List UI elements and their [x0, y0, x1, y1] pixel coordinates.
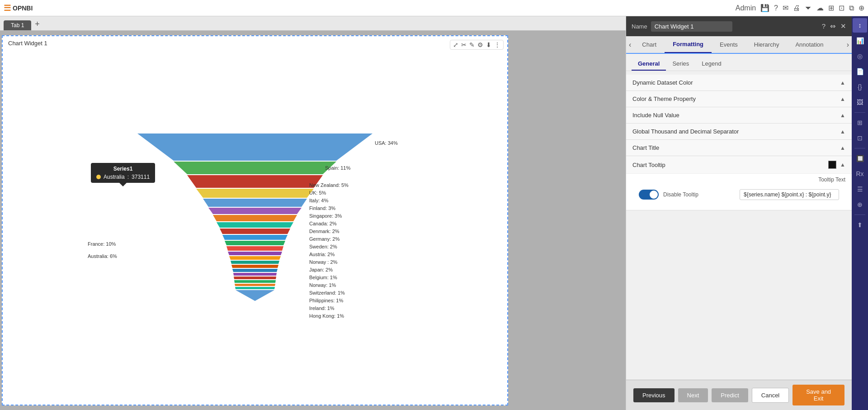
funnel-segment-australia[interactable]	[196, 189, 314, 198]
funnel-segment-philippines[interactable]	[234, 280, 276, 283]
sub-tab-series[interactable]: Series	[666, 57, 695, 71]
next-button[interactable]: Next	[678, 388, 708, 402]
tab-events[interactable]: Events	[712, 37, 746, 52]
funnel-segment-spain[interactable]	[174, 162, 336, 174]
funnel-segment-hongkong[interactable]	[235, 287, 275, 289]
sidebar-icon-chart[interactable]: 📊	[853, 33, 867, 48]
cloud-icon[interactable]: ☁	[816, 4, 824, 12]
sidebar-icon-table[interactable]: ⊞	[853, 115, 867, 130]
save-exit-button[interactable]: Save and Exit	[793, 385, 844, 405]
panel-name-input[interactable]	[651, 21, 732, 32]
tab-annotation[interactable]: Annotation	[787, 37, 831, 52]
sub-tab-general-label: General	[638, 60, 660, 67]
funnel-segment-uk[interactable]	[208, 208, 302, 214]
panel-header: Name ? ⇔ ✕	[626, 16, 852, 36]
funnel-tip	[236, 290, 274, 301]
tab-1[interactable]: Tab 1	[4, 20, 31, 30]
tooltip-text-input[interactable]	[740, 189, 839, 200]
sidebar-icon-file[interactable]: 📄	[853, 64, 867, 79]
accordion-color-theme-header[interactable]: Color & Theme Property ▲	[626, 91, 852, 107]
funnel-segment-nz[interactable]	[203, 199, 307, 207]
sub-tab-legend[interactable]: Legend	[695, 57, 727, 71]
funnel-segment-italy[interactable]	[213, 215, 297, 221]
accordion-separator: Global Thousand and Decimal Separator ▲	[626, 124, 852, 140]
sidebar-separator-3	[854, 215, 865, 215]
predict-button[interactable]: Predict	[712, 388, 748, 402]
color-swatch[interactable]	[828, 161, 836, 169]
tab-hierarchy[interactable]: Hierarchy	[746, 37, 788, 52]
sidebar-icon-layers[interactable]: ☰	[853, 182, 867, 196]
grid-icon[interactable]: ⊞	[828, 4, 834, 12]
funnel-segment-ireland[interactable]	[235, 284, 275, 286]
funnel-segment-finland[interactable]	[217, 222, 293, 228]
save-icon[interactable]: 💾	[760, 4, 769, 12]
funnel-segment-austria[interactable]	[229, 256, 281, 260]
tab-1-label: Tab 1	[11, 22, 24, 29]
sidebar-icon-bracket[interactable]: {}	[853, 80, 867, 94]
funnel-chart-svg: USA: 34% Spain: 11% New Zealand: 5% UK: …	[83, 124, 427, 333]
link-icon[interactable]: ✂	[461, 41, 467, 48]
expand-icon[interactable]: ⧉	[849, 4, 854, 12]
previous-button[interactable]: Previous	[633, 388, 675, 402]
funnel-segment-singapore[interactable]	[220, 229, 290, 234]
sidebar-icon-data[interactable]: ◎	[853, 49, 867, 63]
funnel-segment-usa[interactable]	[137, 133, 373, 161]
panel-move-icon[interactable]: ⇔	[830, 22, 836, 30]
mail-icon[interactable]: ✉	[783, 4, 788, 12]
download-icon[interactable]: ⬇	[486, 41, 491, 48]
move-tool-icon[interactable]: ⤢	[453, 41, 458, 48]
filter-tool-icon[interactable]: ⚙	[477, 41, 483, 48]
print-icon[interactable]: 🖨	[793, 4, 800, 12]
panel-tab-next[interactable]: ›	[844, 37, 852, 52]
hamburger-icon[interactable]: ☰	[4, 3, 11, 13]
right-panel: Name ? ⇔ ✕ ‹ Chart Formatting Events Hie…	[626, 16, 852, 410]
disable-tooltip-toggle[interactable]	[639, 190, 659, 200]
accordion-null-value-header[interactable]: Include Null Value ▲	[626, 107, 852, 123]
cancel-button[interactable]: Cancel	[752, 388, 789, 403]
accordion-dynamic-dataset-header[interactable]: Dynamic Dataset Color ▲	[626, 75, 852, 91]
add-tab-button[interactable]: +	[31, 18, 43, 30]
label-philippines: Philippines: 1%	[309, 298, 343, 303]
sub-tab-general[interactable]: General	[632, 57, 666, 71]
accordion-chart-tooltip-header[interactable]: Chart Tooltip ▲	[626, 156, 852, 173]
accordion-dynamic-dataset: Dynamic Dataset Color ▲	[626, 75, 852, 91]
tab-chart[interactable]: Chart	[634, 37, 665, 52]
filter-icon[interactable]: ⏷	[805, 4, 812, 12]
label-spain: Spain: 11%	[325, 165, 350, 171]
add-icon[interactable]: ⊕	[859, 4, 864, 12]
funnel-segment-belgium[interactable]	[232, 269, 278, 272]
funnel-segment-france[interactable]	[187, 175, 323, 188]
sidebar-separator-2	[854, 148, 865, 148]
funnel-segment-sweden[interactable]	[228, 252, 282, 255]
funnel-segment-germany[interactable]	[226, 246, 283, 251]
panel-footer: Previous Next Predict Cancel Save and Ex…	[626, 380, 852, 410]
panel-help-icon[interactable]: ?	[822, 22, 826, 30]
tab-formatting[interactable]: Formatting	[665, 36, 712, 53]
funnel-segment-canada[interactable]	[222, 235, 288, 240]
layout-icon[interactable]: ⊡	[839, 4, 844, 12]
sidebar-icon-addgrid[interactable]: ⊕	[853, 197, 867, 212]
sidebar-separator-1	[854, 112, 865, 113]
help-icon[interactable]: ?	[774, 4, 778, 12]
funnel-segment-norway1[interactable]	[231, 261, 279, 264]
sidebar-icon-puzzle[interactable]: 🔲	[853, 151, 867, 166]
label-hongkong: Hong Kong: 1%	[309, 313, 344, 319]
funnel-segment-japan[interactable]	[231, 265, 278, 268]
chevron-up-icon-3: ▲	[840, 112, 845, 119]
label-denmark: Denmark: 2%	[309, 229, 340, 234]
panel-tab-prev[interactable]: ‹	[626, 37, 634, 52]
funnel-segment-switzerland[interactable]	[234, 277, 276, 279]
sidebar-icon-arrow[interactable]: ↕	[853, 18, 867, 33]
sidebar-icon-image[interactable]: 🖼	[853, 95, 867, 110]
more-icon[interactable]: ⋮	[494, 41, 500, 48]
chevron-up-icon-5: ▲	[840, 145, 845, 151]
sidebar-icon-rx[interactable]: Rx	[853, 167, 867, 181]
sidebar-icon-widget[interactable]: ⊡	[853, 131, 867, 145]
panel-close-icon[interactable]: ✕	[840, 22, 846, 30]
sidebar-icon-bottom[interactable]: ⬆	[853, 218, 867, 232]
funnel-segment-norway2[interactable]	[233, 273, 277, 276]
accordion-separator-header[interactable]: Global Thousand and Decimal Separator ▲	[626, 124, 852, 139]
accordion-chart-title-header[interactable]: Chart Title ▲	[626, 140, 852, 156]
funnel-segment-denmark[interactable]	[225, 241, 285, 245]
edit-icon[interactable]: ✎	[469, 41, 475, 48]
